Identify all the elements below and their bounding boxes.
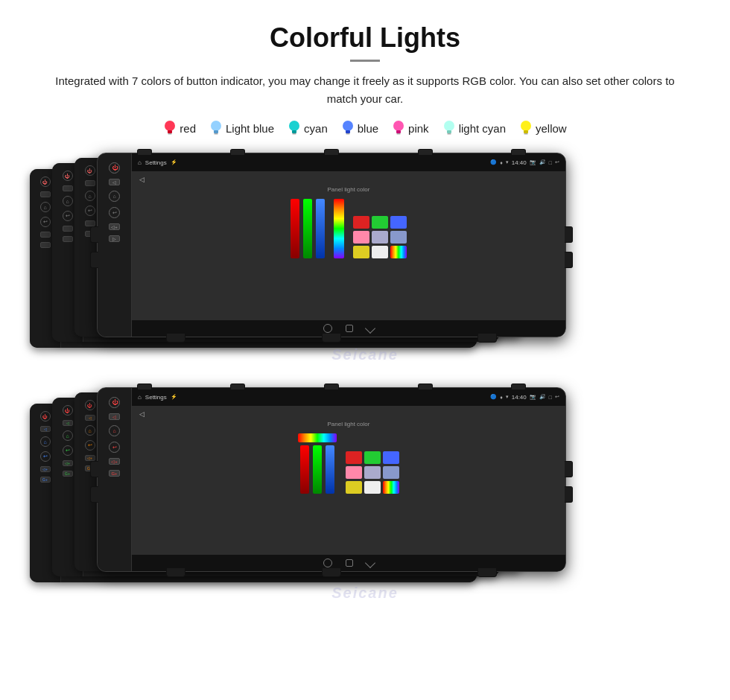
page-title: Colorful Lights	[15, 22, 715, 54]
title-divider	[350, 60, 380, 62]
color-label-red: red	[180, 122, 196, 135]
svg-rect-1	[168, 130, 172, 133]
svg-rect-4	[214, 130, 218, 133]
watermark-bottom: Seicane	[331, 585, 399, 602]
color-item-cyan: cyan	[288, 120, 328, 136]
panel-light-label: Panel light color	[139, 186, 558, 193]
color-indicators: red Light blue cyan	[15, 120, 715, 136]
top-row: ⏻ ⌂ ↩ ⏻ ⌂ ↩	[15, 153, 715, 380]
svg-rect-19	[524, 130, 528, 133]
svg-rect-7	[292, 130, 296, 133]
bulb-icon-pink	[392, 120, 405, 136]
svg-rect-11	[346, 133, 349, 135]
description-text: Integrated with 7 colors of button indic…	[45, 72, 685, 108]
color-label-pink: pink	[408, 122, 429, 135]
color-item-lightcyan: light cyan	[442, 120, 506, 136]
head-unit-top-1: ⏻ ◁ ⌂ ↩ ◁+ ▷ ⌂ Settings ⚡	[97, 153, 566, 337]
watermark-top: Seicane	[331, 346, 399, 363]
color-item-lightblue: Light blue	[209, 120, 274, 136]
svg-rect-17	[447, 133, 451, 135]
svg-rect-5	[214, 133, 218, 135]
bulb-icon-yellow	[519, 120, 533, 136]
svg-rect-8	[293, 133, 296, 135]
bulb-icon-lightblue	[209, 120, 223, 136]
svg-point-15	[444, 121, 454, 131]
color-item-pink: pink	[392, 120, 429, 136]
svg-point-18	[521, 121, 531, 131]
color-label-cyan: cyan	[304, 122, 328, 135]
color-item-blue: blue	[341, 120, 378, 136]
color-item-red: red	[163, 120, 196, 136]
color-label-lightcyan: light cyan	[459, 122, 506, 135]
svg-point-3	[211, 121, 221, 131]
svg-rect-2	[168, 133, 172, 135]
head-unit-bot-1: ⏻ ◁ ⌂ ↩ ◁+ G+ ⌂ Settings ⚡	[97, 387, 566, 572]
svg-point-6	[289, 121, 299, 131]
svg-rect-14	[397, 133, 401, 135]
bulb-icon-lightcyan	[442, 120, 456, 136]
svg-rect-10	[346, 130, 350, 133]
color-label-blue: blue	[358, 122, 378, 135]
svg-rect-20	[524, 133, 528, 135]
svg-point-9	[343, 121, 353, 131]
bulb-icon-red	[163, 120, 177, 136]
svg-rect-16	[447, 130, 451, 133]
product-display: ⏻ ⌂ ↩ ⏻ ⌂ ↩	[15, 153, 715, 618]
bulb-icon-cyan	[288, 120, 301, 136]
bottom-row: ⏻ ◁ ⌂ ↩ ◁+ G+ ⏻ ◁ ⌂ ↩ ◁+ G+	[15, 387, 715, 618]
color-label-lightblue: Light blue	[226, 122, 274, 135]
color-label-yellow: yellow	[536, 122, 567, 135]
title-section: Colorful Lights Integrated with 7 colors…	[15, 22, 715, 108]
svg-point-12	[393, 121, 404, 131]
svg-point-0	[165, 121, 175, 131]
settings-label: Settings	[145, 159, 167, 166]
time-display: 14:40	[512, 159, 527, 166]
svg-rect-13	[396, 130, 401, 133]
bulb-icon-blue	[341, 120, 355, 136]
color-item-yellow: yellow	[519, 120, 567, 136]
page-container: Colorful Lights Integrated with 7 colors…	[0, 0, 730, 639]
